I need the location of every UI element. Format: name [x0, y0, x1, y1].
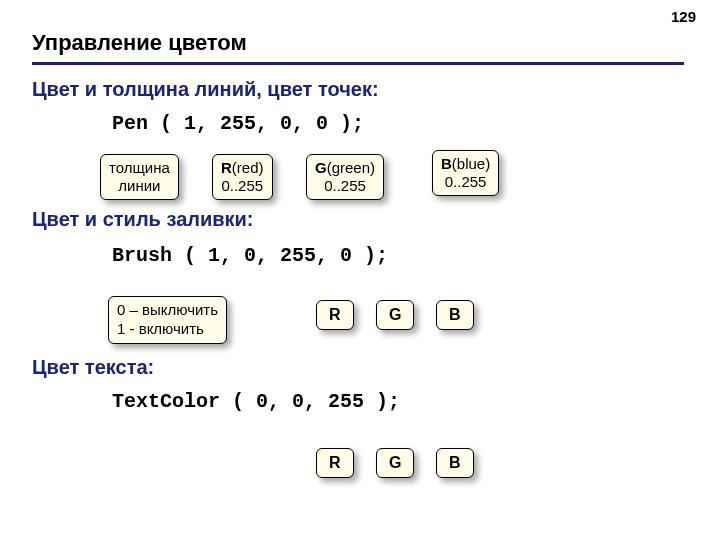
page-number: 129 — [671, 8, 696, 25]
callout-thickness-text: толщина линии — [109, 159, 170, 194]
heading-pen: Цвет и толщина линий, цвет точек: — [32, 78, 379, 101]
callout-toggle-text: 0 – выключить 1 - включить — [117, 301, 218, 337]
heading-textcolor: Цвет текста: — [32, 356, 154, 379]
mini-text-b: B — [436, 448, 474, 478]
callout-b-range: 0..255 — [445, 173, 487, 190]
callout-b-em: B — [441, 155, 452, 172]
callout-b-rest: (blue) — [452, 155, 490, 172]
callout-g: G(green) 0..255 — [306, 154, 384, 200]
mini-text-g: G — [376, 448, 414, 478]
slide-title: Управление цветом — [32, 30, 247, 56]
mini-brush-r: R — [316, 300, 354, 330]
callout-r-range: 0..255 — [221, 177, 263, 194]
callout-b: B(blue) 0..255 — [432, 150, 499, 196]
callout-g-range: 0..255 — [324, 177, 366, 194]
code-brush: Brush ( 1, 0, 255, 0 ); — [112, 244, 388, 267]
callout-g-rest: (green) — [327, 159, 375, 176]
title-underline — [32, 62, 684, 65]
mini-brush-g: G — [376, 300, 414, 330]
callout-thickness: толщина линии — [100, 154, 179, 200]
callout-r-em: R — [221, 159, 232, 176]
callout-g-em: G — [315, 159, 327, 176]
callout-r: R(red) 0..255 — [212, 154, 273, 200]
heading-brush: Цвет и стиль заливки: — [32, 208, 254, 231]
callout-toggle: 0 – выключить 1 - включить — [108, 296, 227, 344]
callout-r-rest: (red) — [232, 159, 264, 176]
code-pen: Pen ( 1, 255, 0, 0 ); — [112, 112, 364, 135]
mini-text-r: R — [316, 448, 354, 478]
code-textcolor: TextColor ( 0, 0, 255 ); — [112, 390, 400, 413]
mini-brush-b: B — [436, 300, 474, 330]
